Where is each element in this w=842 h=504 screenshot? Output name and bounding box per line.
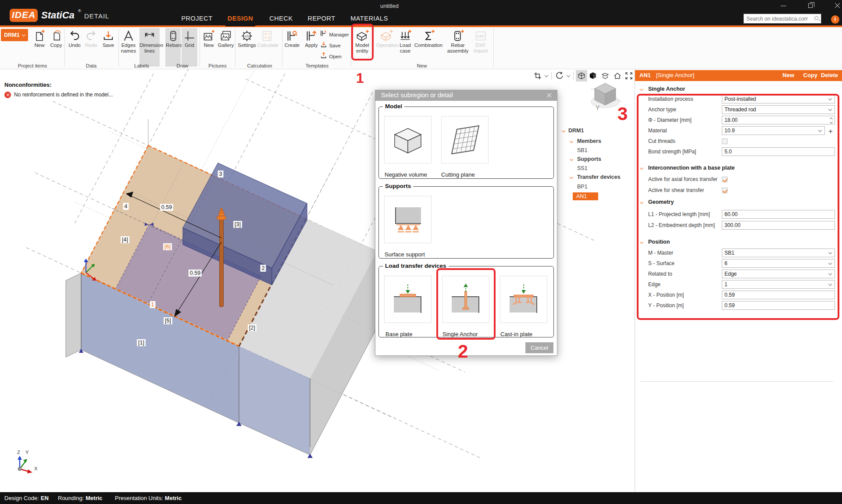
tile-single-anchor[interactable] xyxy=(442,276,489,323)
bond-strength-input[interactable] xyxy=(722,147,835,156)
related-to-select[interactable]: Edge xyxy=(722,270,835,278)
axial-transfer-checkbox[interactable] xyxy=(722,177,728,182)
ribbon-rebars-button[interactable]: Rebars xyxy=(166,28,181,67)
ribbon-gallery-button[interactable]: Gallery xyxy=(218,28,234,67)
surface-label-5: [5] xyxy=(164,317,172,324)
project-item-selector[interactable]: DRM1 xyxy=(1,29,28,41)
copy-button[interactable]: Copy xyxy=(803,72,818,78)
chevron-down-icon[interactable] xyxy=(640,166,643,170)
dialog-header[interactable]: Select subregion or detail xyxy=(375,90,557,101)
section-geometry[interactable]: Geometry xyxy=(648,199,674,205)
ribbon-model-entity-button[interactable]: Model entity xyxy=(353,28,372,67)
group-label-pictures: Pictures xyxy=(208,63,227,68)
ribbon-new-picture-button[interactable]: New xyxy=(200,28,217,67)
ribbon-template-apply-button[interactable]: Apply xyxy=(303,28,320,67)
status-rounding: Rounding:Metric xyxy=(58,495,103,501)
wireframe-view-button[interactable] xyxy=(576,70,587,82)
tile-cutting-plane[interactable] xyxy=(441,116,489,163)
cut-threads-checkbox[interactable] xyxy=(722,138,728,144)
ribbon-dimension-lines-button[interactable]: Dimension lines xyxy=(139,28,160,67)
operation-icon xyxy=(380,30,393,42)
orbit-view-button[interactable] xyxy=(554,70,565,82)
search-input[interactable] xyxy=(746,15,808,22)
chevron-down-icon[interactable] xyxy=(640,87,643,91)
close-button[interactable] xyxy=(830,2,842,11)
ribbon-combination-button[interactable]: Combination xyxy=(414,28,443,67)
material-select[interactable]: 10.9 xyxy=(722,126,825,135)
label-master: M - Master xyxy=(648,248,673,257)
tree-node-supports[interactable]: Supports xyxy=(577,156,601,162)
ribbon-undo-button[interactable]: Undo xyxy=(66,28,83,67)
anchor-type-select[interactable]: Threaded rod xyxy=(722,105,835,114)
ribbon-new-project-item-button[interactable]: New xyxy=(31,28,48,67)
ribbon-template-open-button[interactable]: Open xyxy=(320,52,342,61)
tile-negative-volume[interactable] xyxy=(384,116,432,163)
ribbon-template-manager-button[interactable]: Manager xyxy=(320,30,349,39)
chevron-down-icon[interactable] xyxy=(640,200,643,204)
x-position-input[interactable] xyxy=(722,291,835,299)
crop-view-button[interactable] xyxy=(532,70,543,82)
orbit-view-dropdown[interactable] xyxy=(565,70,571,82)
tile-surface-support[interactable] xyxy=(384,196,432,243)
tile-cast-in-plate[interactable] xyxy=(500,276,547,323)
surface-select[interactable]: 6 xyxy=(722,259,835,268)
ribbon-load-case-button[interactable]: Load case xyxy=(397,28,413,67)
tree-node-sb1[interactable]: SB1 xyxy=(577,147,588,153)
ribbon-copy-project-item-button[interactable]: Copy xyxy=(48,28,64,67)
tab-report[interactable]: REPORT xyxy=(305,13,338,24)
group-label-new: New xyxy=(417,63,427,68)
new-button[interactable]: New xyxy=(782,72,794,78)
ribbon-template-create-button[interactable]: Create xyxy=(283,28,301,67)
group-label-project-items: Project items xyxy=(18,63,47,68)
window-title: untitled xyxy=(380,3,399,9)
l2-embedment-depth-input[interactable] xyxy=(722,221,835,230)
cancel-button[interactable]: Cancel xyxy=(525,342,553,353)
minimize-button[interactable] xyxy=(776,2,791,11)
tree-node-members[interactable]: Members xyxy=(577,138,601,144)
shear-transfer-checkbox[interactable] xyxy=(722,188,728,193)
ribbon-settings-button[interactable]: </> Settings xyxy=(237,28,257,67)
info-button[interactable]: i xyxy=(831,15,839,24)
tab-project[interactable]: PROJECT xyxy=(178,13,215,24)
template-manager-icon xyxy=(320,30,327,37)
surface-label-3: [3] xyxy=(233,221,242,228)
group-title-supports: Supports xyxy=(383,183,413,189)
diameter-spinner[interactable]: 18.00 xyxy=(722,116,835,124)
master-select[interactable]: SB1 xyxy=(722,248,835,257)
ribbon-rebar-assembly-button[interactable]: Rebar assembly xyxy=(445,28,471,67)
tree-node-bp1[interactable]: BP1 xyxy=(577,184,588,190)
chevron-down-icon[interactable] xyxy=(640,240,643,244)
fullscreen-button[interactable] xyxy=(623,70,635,82)
chevron-down-icon xyxy=(818,128,822,132)
ribbon-save-button[interactable]: Save xyxy=(100,28,117,67)
tab-check[interactable]: CHECK xyxy=(267,13,295,24)
tree-node-ss1[interactable]: SS1 xyxy=(577,165,588,171)
tree-node-drm1[interactable]: DRM1 xyxy=(568,128,584,134)
y-position-input[interactable] xyxy=(722,301,835,310)
idea-logo: IDEA xyxy=(10,9,38,22)
dialog-close-icon[interactable] xyxy=(546,92,553,99)
section-position[interactable]: Position xyxy=(648,239,670,245)
spinner-down-icon[interactable] xyxy=(830,121,833,124)
crop-view-dropdown[interactable] xyxy=(543,70,549,82)
ribbon-edges-names-button[interactable]: Edges names xyxy=(119,28,138,67)
tree-node-an1-selected[interactable]: AN1 xyxy=(573,192,598,200)
installation-process-select[interactable]: Post-installed xyxy=(722,95,835,103)
delete-button[interactable]: Delete xyxy=(821,72,838,78)
section-interconnection[interactable]: Interconnection with a base plate xyxy=(648,165,735,171)
tree-node-transfer-devices[interactable]: Transfer devices xyxy=(577,174,621,180)
add-material-button[interactable]: + xyxy=(828,127,833,136)
section-single-anchor[interactable]: Single Anchor xyxy=(648,86,685,92)
edge-select[interactable]: 1 xyxy=(722,280,835,289)
template-create-icon xyxy=(286,30,298,42)
tab-design[interactable]: DESIGN xyxy=(225,13,256,24)
search-box[interactable] xyxy=(743,14,821,24)
ribbon-grid-button[interactable]: Grid xyxy=(182,28,197,67)
restore-button[interactable] xyxy=(803,2,818,11)
chevron-down-icon xyxy=(828,261,832,265)
ribbon-template-save-button[interactable]: Save xyxy=(320,41,341,50)
tab-materials[interactable]: MATERIALS xyxy=(348,13,391,24)
search-icon xyxy=(814,16,818,20)
tile-base-plate[interactable] xyxy=(384,276,432,323)
l1-projected-length-input[interactable] xyxy=(722,210,835,219)
